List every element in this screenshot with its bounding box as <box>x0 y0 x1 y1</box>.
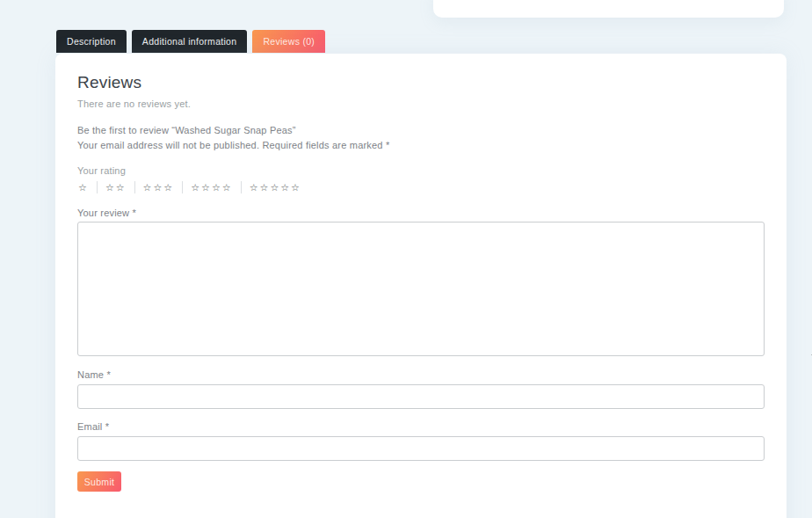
reviews-title: Reviews <box>77 73 141 92</box>
product-summary-card-bottom <box>433 0 784 18</box>
required-mark: * <box>106 369 110 380</box>
submit-button[interactable]: Submit <box>77 471 121 492</box>
review-field-label: Your review * <box>77 208 136 218</box>
product-page: Description Additional information Revie… <box>0 0 812 518</box>
email-label-text: Email <box>77 421 103 432</box>
no-reviews-message: There are no reviews yet. <box>77 98 191 109</box>
email-input[interactable] <box>77 436 765 461</box>
tab-additional-information[interactable]: Additional information <box>132 30 248 53</box>
product-tabs: Description Additional information Revie… <box>56 30 325 53</box>
name-label-text: Name <box>77 369 104 380</box>
privacy-note: Your email address will not be published… <box>77 140 389 150</box>
tab-description[interactable]: Description <box>56 30 127 53</box>
review-label-text: Your review <box>77 208 129 218</box>
reviews-panel: Reviews There are no reviews yet. Be the… <box>55 54 787 518</box>
email-field-label: Email * <box>77 421 109 432</box>
rating-option-5-stars[interactable]: ☆☆☆☆☆ <box>242 182 309 193</box>
rating-option-2-stars[interactable]: ☆☆ <box>98 182 134 193</box>
review-prompt: Be the first to review “Washed Sugar Sna… <box>77 125 296 135</box>
name-field-label: Name * <box>77 369 111 380</box>
privacy-note-text: Your email address will not be published… <box>77 140 383 150</box>
rating-label: Your rating <box>77 165 126 176</box>
required-mark: * <box>133 208 136 218</box>
rating-option-3-stars[interactable]: ☆☆☆ <box>135 182 183 193</box>
rating-stars: ☆ ☆☆ ☆☆☆ ☆☆☆☆ ☆☆☆☆☆ <box>77 179 309 195</box>
required-mark: * <box>386 140 389 150</box>
rating-option-4-stars[interactable]: ☆☆☆☆ <box>183 182 240 193</box>
required-mark: * <box>105 421 109 432</box>
tab-reviews[interactable]: Reviews (0) <box>252 30 325 53</box>
rating-option-1-star[interactable]: ☆ <box>77 182 97 193</box>
name-input[interactable] <box>77 384 765 409</box>
review-textarea[interactable] <box>77 222 765 356</box>
